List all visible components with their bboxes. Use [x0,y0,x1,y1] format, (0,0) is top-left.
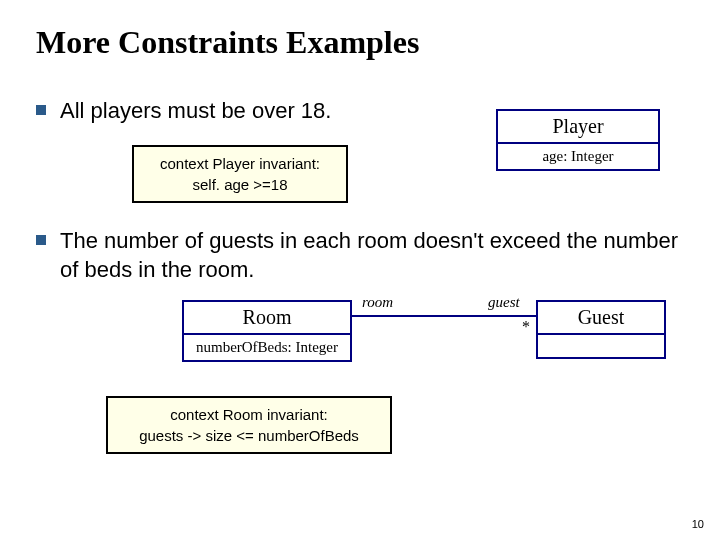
uml-class-attr [538,335,664,357]
slide-title: More Constraints Examples [36,24,684,61]
section-1: All players must be over 18. context Pla… [36,97,684,227]
uml-class-name: Player [498,111,658,144]
uml-association-line [352,315,536,317]
bullet-square-icon [36,235,46,245]
uml-class-name: Room [184,302,350,335]
constraint-line: context Player invariant: [148,153,332,174]
bullet-square-icon [36,105,46,115]
uml-multiplicity-right: * [522,318,530,336]
uml-class-room: Room numberOfBeds: Integer [182,300,352,362]
uml-class-player: Player age: Integer [496,109,660,171]
bullet-text-1: All players must be over 18. [60,97,331,126]
constraint-box-room: context Room invariant: guests -> size <… [106,396,392,454]
constraint-box-player: context Player invariant: self. age >=18 [132,145,348,203]
page-number: 10 [692,518,704,530]
constraint-line: self. age >=18 [148,174,332,195]
bullet-item-2: The number of guests in each room doesn'… [36,227,684,284]
uml-class-guest: Guest [536,300,666,359]
uml-class-attr: age: Integer [498,144,658,169]
bullet-text-2: The number of guests in each room doesn'… [60,227,684,284]
uml-class-name: Guest [538,302,664,335]
section-2: Room numberOfBeds: Integer room guest * … [36,300,684,490]
uml-role-left: room [362,294,393,311]
uml-class-attr: numberOfBeds: Integer [184,335,350,360]
uml-role-right: guest [488,294,520,311]
constraint-line: context Room invariant: [122,404,376,425]
constraint-line: guests -> size <= numberOfBeds [122,425,376,446]
